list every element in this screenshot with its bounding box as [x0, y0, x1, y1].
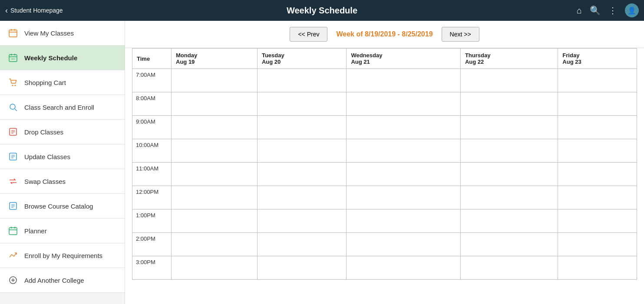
sidebar-item-label: Enroll by My Requirements — [24, 252, 102, 259]
spacer-cell-8-2 — [347, 269, 461, 280]
spacer-cell-1-2 — [347, 105, 461, 116]
svg-rect-25 — [9, 228, 17, 235]
time-cell-3: 10:00AM — [132, 139, 172, 163]
spacer-cell-1-0 — [172, 105, 258, 116]
spacer-row-4 — [132, 176, 637, 186]
sidebar-item-enroll-by-requirements[interactable]: Enroll by My Requirements — [0, 243, 125, 268]
spacer-cell-3-2 — [347, 152, 461, 163]
sidebar-item-label: Shopping Cart — [24, 79, 66, 86]
schedule-cell-6-3 — [460, 209, 558, 222]
spacer-cell-0-0 — [172, 82, 258, 92]
day-header-monday: MondayAug 19 — [172, 49, 258, 69]
spacer-cell-2-2 — [347, 129, 461, 139]
spacer-row-2 — [132, 129, 637, 139]
sidebar-item-swap-classes[interactable]: Swap Classes — [0, 169, 125, 194]
schedule-cell-4-1 — [257, 163, 346, 176]
spacer-cell-0-3 — [460, 82, 558, 92]
time-header: Time — [132, 49, 172, 69]
time-row-2: 9:00AM — [132, 116, 637, 129]
back-button[interactable]: ‹ Student Homepage — [5, 6, 63, 15]
spacer-cell-2-3 — [460, 129, 558, 139]
spacer-cell-5-4 — [558, 199, 637, 209]
schedule-cell-2-3 — [460, 116, 558, 129]
spacer-cell-3-3 — [460, 152, 558, 163]
time-cell-0: 7:00AM — [132, 69, 172, 92]
calendar-icon — [7, 27, 19, 39]
back-arrow-icon: ‹ — [5, 6, 8, 15]
swap-icon — [7, 175, 19, 187]
sidebar-item-class-search-enroll[interactable]: Class Search and Enroll — [0, 95, 125, 120]
schedule-cell-3-2 — [347, 139, 461, 152]
schedule-cell-3-4 — [558, 139, 637, 152]
schedule-cell-3-1 — [257, 139, 346, 152]
schedule-cell-2-4 — [558, 116, 637, 129]
schedule-icon — [7, 52, 19, 64]
time-row-4: 11:00AM — [132, 163, 637, 176]
spacer-cell-5-3 — [460, 199, 558, 209]
schedule-cell-6-0 — [172, 209, 258, 222]
sidebar-item-view-my-classes[interactable]: View My Classes — [0, 21, 125, 46]
next-week-button[interactable]: Next >> — [442, 27, 479, 42]
schedule-container: TimeMondayAug 19TuesdayAug 20WednesdayAu… — [125, 48, 644, 304]
spacer-row-3 — [132, 152, 637, 163]
sidebar-item-planner[interactable]: Planner — [0, 219, 125, 243]
schedule-cell-1-2 — [347, 92, 461, 105]
sidebar-item-update-classes[interactable]: Update Classes — [0, 144, 125, 169]
schedule-cell-8-2 — [347, 256, 461, 269]
page-title: Weekly Schedule — [287, 6, 357, 16]
schedule-cell-0-3 — [460, 69, 558, 82]
time-row-7: 2:00PM — [132, 233, 637, 246]
day-header-tuesday: TuesdayAug 20 — [257, 49, 346, 69]
schedule-table: TimeMondayAug 19TuesdayAug 20WednesdayAu… — [132, 48, 637, 280]
spacer-cell-4-3 — [460, 176, 558, 186]
spacer-cell-8-4 — [558, 269, 637, 280]
home-icon[interactable]: ⌂ — [577, 6, 582, 16]
time-row-3: 10:00AM — [132, 139, 637, 152]
time-cell-6: 1:00PM — [132, 209, 172, 233]
spacer-cell-1-1 — [257, 105, 346, 116]
schedule-cell-1-1 — [257, 92, 346, 105]
spacer-cell-2-1 — [257, 129, 346, 139]
schedule-cell-5-2 — [347, 186, 461, 199]
sidebar-item-weekly-schedule[interactable]: Weekly Schedule — [0, 46, 125, 70]
schedule-cell-7-3 — [460, 233, 558, 246]
schedule-cell-3-3 — [460, 139, 558, 152]
schedule-cell-7-1 — [257, 233, 346, 246]
add-icon — [7, 274, 19, 286]
spacer-cell-4-1 — [257, 176, 346, 186]
time-cell-1: 8:00AM — [132, 92, 172, 116]
spacer-cell-8-0 — [172, 269, 258, 280]
more-icon[interactable]: ⋮ — [608, 5, 617, 16]
sidebar-item-browse-course-catalog[interactable]: Browse Course Catalog — [0, 194, 125, 219]
cart-icon — [7, 76, 19, 88]
schedule-cell-5-3 — [460, 186, 558, 199]
sidebar-item-shopping-cart[interactable]: Shopping Cart — [0, 70, 125, 95]
top-bar: ‹ Student Homepage Weekly Schedule ⌂ 🔍 ⋮… — [0, 0, 644, 21]
schedule-cell-8-1 — [257, 256, 346, 269]
day-header-thursday: ThursdayAug 22 — [460, 49, 558, 69]
time-cell-5: 12:00PM — [132, 186, 172, 209]
sidebar-item-add-another-college[interactable]: Add Another College — [0, 268, 125, 293]
spacer-cell-6-3 — [460, 222, 558, 233]
spacer-cell-8-3 — [460, 269, 558, 280]
schedule-cell-2-1 — [257, 116, 346, 129]
schedule-cell-4-0 — [172, 163, 258, 176]
top-bar-icons: ⌂ 🔍 ⋮ 👤 — [577, 3, 639, 17]
user-avatar[interactable]: 👤 — [625, 3, 639, 17]
spacer-cell-8-1 — [257, 269, 346, 280]
sidebar-item-drop-classes[interactable]: Drop Classes — [0, 120, 125, 144]
spacer-cell-1-3 — [460, 105, 558, 116]
sidebar-item-label: Weekly Schedule — [24, 54, 77, 62]
search-icon[interactable]: 🔍 — [590, 5, 601, 16]
sidebar-item-label: Planner — [24, 227, 47, 235]
schedule-cell-4-2 — [347, 163, 461, 176]
schedule-cell-7-2 — [347, 233, 461, 246]
spacer-cell-5-1 — [257, 199, 346, 209]
schedule-cell-4-3 — [460, 163, 558, 176]
main-layout: View My ClassesWeekly ScheduleShopping C… — [0, 21, 644, 304]
schedule-cell-1-0 — [172, 92, 258, 105]
schedule-cell-4-4 — [558, 163, 637, 176]
prev-week-button[interactable]: << Prev — [290, 27, 327, 42]
sidebar-item-label: Class Search and Enroll — [24, 104, 94, 111]
spacer-row-7 — [132, 246, 637, 256]
